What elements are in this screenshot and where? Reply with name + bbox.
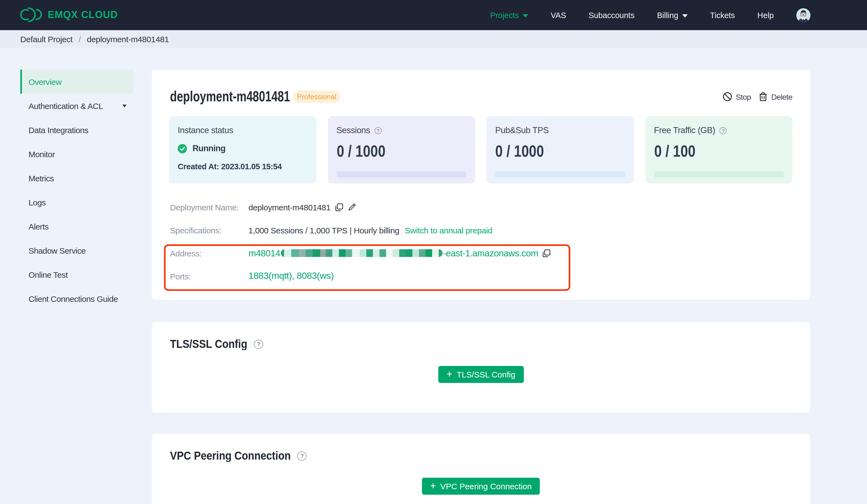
emqx-logo-icon — [20, 7, 43, 23]
switch-annual-link[interactable]: Switch to annual prepaid — [405, 226, 492, 235]
sidebar-nav: Overview Authentication & ACL Data Integ… — [20, 69, 133, 311]
tls-section-title: TLS/SSL Config — [170, 338, 247, 351]
user-avatar[interactable] — [796, 8, 811, 22]
specifications-row: Specifications: 1,000 Sessions / 1,000 T… — [170, 223, 492, 237]
help-circle-icon[interactable]: ? — [375, 127, 382, 134]
traffic-label: Free Traffic (GB) — [654, 125, 715, 135]
breadcrumb-project[interactable]: Default Project — [20, 34, 73, 44]
created-at: Created At: 2023.01.05 15:54 — [178, 162, 307, 171]
plus-icon: + — [446, 369, 452, 379]
stop-button[interactable]: Stop — [722, 92, 751, 101]
deployment-name-label: Deployment Name: — [170, 202, 248, 212]
tps-label: Pub&Sub TPS — [495, 125, 549, 135]
sidebar-item-authentication-acl[interactable]: Authentication & ACL — [20, 94, 133, 118]
sidebar-item-label: Metrics — [29, 173, 54, 183]
top-navbar: EMQX CLOUD Projects VAS Subaccounts Bill… — [0, 0, 867, 30]
mosaic-block — [345, 249, 352, 257]
nav-item-label: Subaccounts — [589, 11, 635, 20]
address-value: m48014-east-1.amazonaws.com — [248, 248, 538, 258]
specifications-label: Specifications: — [170, 226, 248, 235]
traffic-label-row: Free Traffic (GB) ? — [654, 125, 784, 135]
sidebar-item-label: Authentication & ACL — [29, 101, 103, 110]
sessions-value: 0 / 1000 — [336, 142, 443, 161]
help-circle-icon[interactable]: ? — [298, 451, 307, 460]
nav-item-help[interactable]: Help — [757, 11, 774, 20]
delete-button[interactable]: Delete — [759, 92, 792, 101]
sidebar-item-label: Client Connections Guide — [29, 294, 118, 303]
traffic-value: 0 / 100 — [654, 142, 760, 161]
ban-icon — [722, 92, 732, 101]
ports-value: 1883(mqtt), 8083(ws) — [248, 271, 334, 282]
deployment-name-row: Deployment Name: deployment-m4801481 — [170, 200, 356, 213]
sidebar-item-label: Overview — [29, 77, 62, 86]
redacted-address-mosaic — [281, 249, 442, 257]
mosaic-block — [373, 249, 379, 257]
chevron-down-icon — [682, 14, 688, 17]
add-tls-ssl-config-button[interactable]: + TLS/SSL Config — [438, 366, 523, 383]
address-label: Address: — [170, 249, 248, 258]
specifications-value: 1,000 Sessions / 1,000 TPS | Hourly bill… — [248, 226, 399, 235]
sidebar-item-logs[interactable]: Logs — [20, 190, 133, 214]
vpc-section-title: VPC Peering Connection — [170, 449, 291, 462]
nav-item-tickets[interactable]: Tickets — [710, 11, 735, 20]
mosaic-block — [320, 249, 326, 257]
breadcrumb-deployment: deployment-m4801481 — [87, 34, 169, 44]
vpc-peering-section: VPC Peering Connection ? + VPC Peering C… — [152, 434, 810, 504]
nav-item-projects[interactable]: Projects — [490, 11, 528, 20]
sidebar-item-overview[interactable]: Overview — [20, 69, 133, 94]
traffic-progress-bar — [654, 172, 784, 177]
tps-label-row: Pub&Sub TPS — [495, 125, 625, 135]
help-circle-icon[interactable]: ? — [719, 127, 727, 134]
plan-badge: Professional — [293, 90, 341, 103]
card-actions: Stop Delete — [722, 92, 792, 101]
sidebar-item-alerts[interactable]: Alerts — [20, 214, 133, 238]
sidebar-item-label: Logs — [29, 197, 46, 207]
sidebar-item-online-test[interactable]: Online Test — [20, 262, 133, 286]
tps-card: Pub&Sub TPS 0 / 1000 — [486, 116, 634, 184]
nav-item-subaccounts[interactable]: Subaccounts — [589, 11, 635, 20]
ports-label: Ports: — [170, 272, 248, 281]
add-vpc-peering-button[interactable]: + VPC Peering Connection — [422, 478, 540, 495]
copy-icon[interactable] — [335, 203, 343, 211]
mosaic-block — [432, 249, 439, 257]
mosaic-block — [393, 249, 399, 257]
nav-item-billing[interactable]: Billing — [657, 11, 687, 20]
sidebar-item-client-connections-guide[interactable]: Client Connections Guide — [20, 286, 133, 311]
address-suffix: -east-1.amazonaws.com — [443, 248, 538, 258]
sidebar-item-label: Online Test — [29, 270, 68, 279]
sidebar-item-monitor[interactable]: Monitor — [20, 142, 133, 166]
button-label: TLS/SSL Config — [457, 370, 515, 379]
delete-label: Delete — [771, 92, 792, 101]
sidebar-item-label: Shadow Service — [29, 246, 86, 255]
sidebar-item-metrics[interactable]: Metrics — [20, 166, 133, 190]
sidebar-item-data-integrations[interactable]: Data Integrations — [20, 118, 133, 142]
copy-icon[interactable] — [543, 249, 551, 257]
nav-item-vas[interactable]: VAS — [551, 11, 566, 20]
mosaic-block — [413, 249, 419, 257]
plus-icon: + — [430, 481, 436, 491]
tls-ssl-section: TLS/SSL Config ? + TLS/SSL Config — [152, 322, 810, 413]
mosaic-block — [326, 249, 332, 257]
mosaic-block — [299, 249, 306, 257]
emqx-cloud-logo[interactable]: EMQX CLOUD — [20, 7, 118, 23]
check-circle-icon — [178, 144, 187, 153]
sidebar-item-shadow-service[interactable]: Shadow Service — [20, 238, 133, 262]
tps-value: 0 / 1000 — [495, 142, 602, 161]
card-header: deployment-m4801481 Professional Stop De… — [170, 88, 792, 105]
deployment-name-value: deployment-m4801481 — [248, 202, 330, 212]
sessions-label-row: Sessions ? — [336, 125, 466, 135]
mosaic-block — [284, 249, 291, 257]
sidebar-item-label: Monitor — [29, 149, 55, 158]
help-circle-icon[interactable]: ? — [254, 339, 264, 349]
sessions-label: Sessions — [336, 125, 370, 135]
breadcrumb: Default Project / deployment-m4801481 — [0, 30, 867, 48]
button-label: VPC Peering Connection — [440, 482, 532, 491]
deployment-overview-card: deployment-m4801481 Professional Stop De… — [152, 70, 810, 300]
mosaic-block — [426, 249, 432, 257]
edit-pencil-icon[interactable] — [347, 203, 356, 211]
running-status-row: Running — [178, 143, 307, 153]
mosaic-block — [360, 249, 366, 257]
stat-cards: Instance status Running Created At: 2023… — [169, 116, 792, 184]
nav-item-label: Tickets — [710, 11, 735, 20]
page-root: EMQX CLOUD Projects VAS Subaccounts Bill… — [0, 0, 867, 504]
